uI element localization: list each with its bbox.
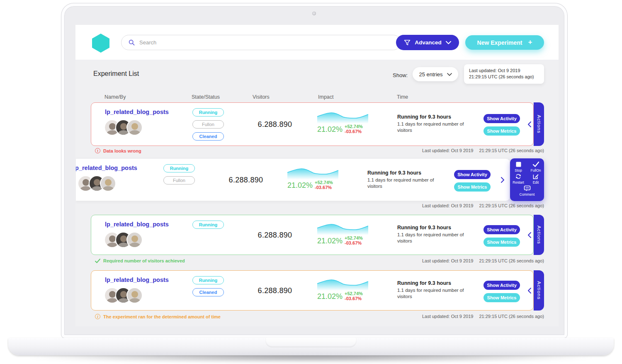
time-primary: Running for 9.3 hours <box>397 225 464 231</box>
page-title: Experiment List <box>93 70 139 78</box>
chevron-left-icon[interactable] <box>527 287 532 294</box>
show-activity-button[interactable]: Show Activity <box>484 281 520 290</box>
time-primary: Running for 9.3 hours <box>397 114 464 120</box>
impact-block: 21.02% +52.74% -03.67% <box>317 278 369 301</box>
avatar-group <box>104 119 143 136</box>
row-buttons: Show Activity Show Metrics <box>484 114 520 136</box>
actions-tab-label: Actions <box>537 115 542 133</box>
show-activity-button[interactable]: Show Activity <box>484 225 520 234</box>
column-header-visitors[interactable]: Visitors <box>253 94 270 100</box>
show-metrics-button[interactable]: Show Metrics <box>484 293 520 302</box>
chevron-right-icon[interactable] <box>500 177 505 183</box>
show-activity-button[interactable]: Show Activity <box>484 114 520 123</box>
time-block: Running for 9.3 hours 1.1 days for requi… <box>367 170 435 189</box>
experiment-name-link[interactable]: lp_related_blog_posts <box>105 221 169 228</box>
avatar-group <box>104 232 143 248</box>
experiment-name-link[interactable]: lp_related_blog_posts <box>105 277 169 283</box>
time-block: Running for 9.3 hours 1.1 days for requi… <box>397 225 464 244</box>
fullon-action[interactable]: FullOn <box>529 161 542 172</box>
experiment-name-link[interactable]: lp_related_blog_posts <box>105 109 169 115</box>
app-logo-hexagon[interactable] <box>92 34 109 53</box>
row-last-updated: Last updated: Oct 9 201921:29:15 UTC (26… <box>422 258 544 263</box>
column-header-name[interactable]: Name/By <box>104 94 126 100</box>
comment-action[interactable]: Comment <box>513 185 542 197</box>
app-screen: Advanced New Experiment + Experiment Lis… <box>75 25 559 326</box>
visitors-count: 6.288.890 <box>252 120 298 129</box>
restart-action[interactable]: Restart <box>512 173 525 184</box>
impact-down-value: -03.67% <box>315 185 333 190</box>
row-status-message: Required number of visitors achieved <box>95 258 185 263</box>
status-text: Required number of visitors achieved <box>103 258 185 263</box>
actions-tab-label: Actions <box>537 281 542 300</box>
status-badge-running[interactable]: Running <box>192 276 224 284</box>
show-metrics-button[interactable]: Show Metrics <box>484 126 520 136</box>
status-badge-fullon[interactable]: Fullon <box>163 176 195 184</box>
chevron-down-icon <box>447 73 452 76</box>
show-metrics-button[interactable]: Show Metrics <box>484 238 520 247</box>
impact-block: 21.02% +52.74% -03.67% <box>287 167 340 190</box>
status-badges: Running <box>192 221 224 229</box>
actions-tab-label: Actions <box>537 226 542 244</box>
last-updated-date: Last updated: Oct 9 2019 <box>422 258 474 263</box>
restart-label: Restart <box>513 180 524 184</box>
visitors-count: 6.288.890 <box>252 231 298 239</box>
chevron-left-icon[interactable] <box>527 232 532 238</box>
edit-action[interactable]: Edit <box>529 173 542 184</box>
avatar[interactable] <box>126 232 143 248</box>
actions-tab[interactable]: Actions <box>534 102 544 146</box>
search-input[interactable] <box>139 39 372 46</box>
impact-sparkline-chart <box>317 278 368 291</box>
stop-action[interactable]: Stop <box>512 161 525 172</box>
status-badge-cleaned[interactable]: Cleaned <box>192 288 224 296</box>
impact-up-value: +52.74% <box>345 291 363 296</box>
global-last-updated-card: Last updated: Oct 9 2019 21:29:15 UTC (2… <box>464 64 544 84</box>
comment-label: Comment <box>520 192 535 197</box>
impact-down-value: -03.67% <box>345 240 363 245</box>
experiment-name-link[interactable]: lp_related_blog_posts <box>75 165 137 171</box>
filter-funnel-icon <box>404 39 411 46</box>
time-secondary: 1.1 days for required number of visitors <box>397 287 464 300</box>
avatar[interactable] <box>126 287 143 303</box>
show-metrics-button[interactable]: Show Metrics <box>454 182 491 192</box>
impact-sparkline-chart <box>287 167 338 180</box>
fullon-label: FullOn <box>530 168 541 172</box>
avatar[interactable] <box>100 175 116 192</box>
impact-down-value: -03.67% <box>345 129 363 134</box>
time-secondary: 1.1 days for required number of visitors <box>397 121 464 133</box>
status-badge-running[interactable]: Running <box>192 221 224 229</box>
column-header-impact[interactable]: Impact <box>318 94 334 100</box>
stop-label: Stop <box>515 168 522 172</box>
status-text: The experiment ran for the determined am… <box>103 314 221 319</box>
row-last-updated: Last updated: Oct 9 201921:29:15 UTC (26… <box>422 314 544 319</box>
column-header-state[interactable]: State/Status <box>192 94 220 100</box>
time-primary: Running for 9.3 hours <box>397 280 464 286</box>
impact-sparkline-chart <box>317 223 368 235</box>
actions-tab[interactable]: Actions <box>534 270 544 311</box>
search-box[interactable] <box>121 35 401 50</box>
actions-tab[interactable]: Actions <box>534 215 544 255</box>
impact-up-value: +52.74% <box>345 124 363 129</box>
chevron-left-icon[interactable] <box>527 121 532 128</box>
last-updated-time: 21:29:15 UTC (26 seconds ago) <box>479 203 544 208</box>
status-badge-running[interactable]: Running <box>192 108 224 116</box>
advanced-label: Advanced <box>415 39 442 46</box>
status-badge-cleaned[interactable]: Cleaned <box>192 132 224 141</box>
entries-dropdown[interactable]: 25 entries <box>413 67 458 81</box>
impact-main-value: 21.02% <box>317 292 343 301</box>
stop-icon <box>515 161 522 167</box>
search-icon <box>129 39 135 46</box>
status-badge-fullon[interactable]: Fullon <box>192 120 224 129</box>
avatar[interactable] <box>126 119 143 136</box>
status-badge-running[interactable]: Running <box>163 164 195 172</box>
top-bar: Advanced New Experiment + <box>75 25 559 60</box>
chevron-down-icon <box>446 41 451 44</box>
experiment-row: lp_related_blog_posts Running Fullon Cle… <box>91 102 534 146</box>
status-badges: Running Fullon Cleaned <box>192 108 224 141</box>
check-icon <box>532 161 539 167</box>
plus-icon: + <box>528 38 532 46</box>
impact-up-value: +52.74% <box>345 235 363 240</box>
show-activity-button[interactable]: Show Activity <box>454 170 491 179</box>
new-experiment-button[interactable]: New Experiment + <box>465 35 544 50</box>
column-header-time[interactable]: Time <box>397 94 408 100</box>
advanced-filter-button[interactable]: Advanced <box>396 35 459 50</box>
